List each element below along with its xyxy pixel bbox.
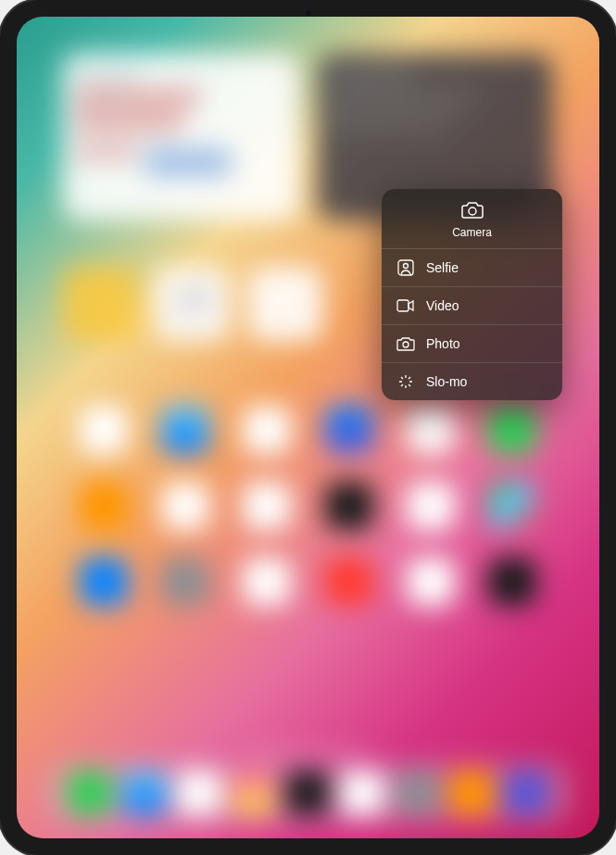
menu-title: Camera xyxy=(452,226,492,239)
clock-widget xyxy=(156,267,230,341)
app-icon xyxy=(243,558,291,606)
svg-point-0 xyxy=(469,207,476,215)
menu-item-label: Video xyxy=(426,298,547,313)
video-icon xyxy=(396,296,415,315)
svg-line-12 xyxy=(401,377,403,379)
dock-icon xyxy=(285,771,330,815)
menu-header[interactable]: Camera xyxy=(382,189,562,249)
dock-icon xyxy=(177,771,221,815)
svg-point-4 xyxy=(403,342,409,347)
camera-icon xyxy=(461,200,484,222)
person-square-icon xyxy=(396,258,415,277)
menu-item-label: Slo-mo xyxy=(426,374,547,389)
dock-icon xyxy=(340,771,384,815)
svg-point-2 xyxy=(404,264,409,269)
menu-item-photo[interactable]: Photo xyxy=(382,325,562,363)
dock-icon xyxy=(68,771,112,815)
burst-icon xyxy=(396,372,415,391)
svg-line-8 xyxy=(409,384,410,386)
camera-context-menu: Camera Selfie xyxy=(382,189,562,400)
menu-item-label: Selfie xyxy=(426,260,547,275)
app-icon xyxy=(80,482,128,530)
menu-item-label: Photo xyxy=(426,336,547,351)
app-icon xyxy=(488,482,536,530)
svg-line-6 xyxy=(409,377,410,379)
app-icon xyxy=(407,558,455,606)
app-icon xyxy=(161,406,209,454)
screen: Camera Selfie xyxy=(17,17,599,838)
app-icon xyxy=(80,558,128,606)
dock-icon xyxy=(504,771,548,815)
ipad-frame: Camera Selfie xyxy=(0,0,616,855)
app-icon xyxy=(243,482,291,530)
app-icon xyxy=(161,558,209,606)
menu-item-selfie[interactable]: Selfie xyxy=(382,249,562,287)
app-icon xyxy=(407,482,455,530)
app-icon xyxy=(243,406,291,454)
menu-item-video[interactable]: Video xyxy=(382,287,562,325)
app-icon xyxy=(325,558,373,606)
notes-widget xyxy=(63,267,137,341)
app-icon xyxy=(80,406,128,454)
front-camera xyxy=(305,9,312,17)
calendar-widget xyxy=(63,54,299,220)
home-indicator xyxy=(248,749,369,753)
dock-icon xyxy=(449,771,494,815)
menu-item-slomo[interactable]: Slo-mo xyxy=(382,363,562,400)
dock-icon xyxy=(395,771,439,815)
dock xyxy=(44,761,572,824)
app-icon xyxy=(407,406,455,454)
app-icon xyxy=(325,482,373,530)
dock-icon xyxy=(232,771,276,815)
camera-icon xyxy=(396,334,415,353)
svg-rect-3 xyxy=(397,300,409,311)
svg-line-10 xyxy=(401,384,403,386)
dock-icon xyxy=(122,771,167,815)
app-icon xyxy=(488,406,536,454)
app-icon xyxy=(325,406,373,454)
app-icon xyxy=(488,558,536,606)
app-icon xyxy=(161,482,209,530)
widget-3 xyxy=(248,267,322,341)
home-screen-blurred xyxy=(17,17,599,838)
